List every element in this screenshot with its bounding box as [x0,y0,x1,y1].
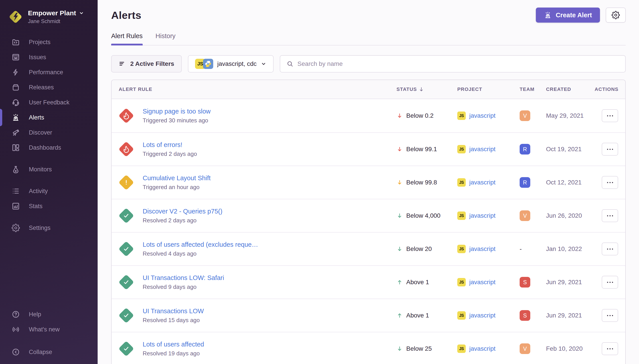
alert-rule-subtitle: Resolved 4 days ago [143,250,258,257]
created-date: Jan 10, 2022 [546,246,595,252]
trend-up-arrow-icon [397,278,403,286]
project-link[interactable]: javascript [469,146,495,153]
search-icon [286,60,293,68]
resolved-diamond-badge [119,274,134,290]
critical-diamond-badge [119,142,134,157]
table-row: Lots of users affected Resolved 19 days … [112,332,625,364]
trend-down-arrow-icon [397,245,403,253]
resolved-check-icon [122,345,130,353]
project-link[interactable]: javascript [469,279,495,286]
project-link[interactable]: javascript [469,212,495,219]
tab-history[interactable]: History [156,32,175,45]
org-user-name: Jane Schmidt [28,18,84,24]
row-actions-button[interactable] [602,209,618,222]
team-avatar: V [520,110,530,121]
tab-alert-rules[interactable]: Alert Rules [111,32,143,45]
alert-rule-link[interactable]: Discover V2 - Queries p75() [143,208,222,215]
status-value: Above 1 [406,312,429,319]
sidebar-item-releases[interactable]: Releases [0,80,98,95]
whats-new-icon [12,325,20,334]
create-alert-button[interactable]: Create Alert [536,8,600,22]
alert-rule-link[interactable]: Lots of users affected [143,341,204,348]
sidebar-section: Settings [0,220,98,236]
alert-rule-link[interactable]: Lots of users affected (excludes reque… [143,241,258,248]
releases-icon [12,83,20,92]
collapse-label: Collapse [29,349,52,356]
team-none: - [520,246,522,252]
project-link[interactable]: javascript [469,345,495,352]
alerts-settings-button[interactable] [606,8,626,22]
monitors-icon [12,165,20,174]
project-link[interactable]: javascript [469,312,495,319]
search-input[interactable] [297,60,619,68]
javascript-platform-icon: JS [457,112,466,120]
status-value: Above 1 [406,279,429,286]
column-header-status[interactable]: Status [397,86,457,92]
row-actions-button[interactable] [602,309,618,322]
row-actions-button[interactable] [602,109,618,122]
sidebar-item-stats[interactable]: Stats [0,199,98,214]
trend-down-arrow-icon [397,179,403,186]
sidebar-item-what-s-new[interactable]: What's new [0,322,98,337]
trend-down-arrow-icon [397,112,403,120]
alert-rule-link[interactable]: Lots of errors! [143,141,197,148]
critical-flame-icon [122,112,130,120]
resolved-check-icon [122,212,130,220]
sidebar-item-user-feedback[interactable]: User Feedback [0,95,98,110]
row-actions-button[interactable] [602,176,618,189]
team-avatar: V [520,344,530,354]
row-actions-button[interactable] [602,342,618,355]
project-link[interactable]: javascript [469,179,495,186]
javascript-platform-icon: JS [457,245,466,253]
created-date: Feb 10, 2020 [546,345,595,352]
resolved-check-icon [122,278,130,286]
table-row: UI Transactions LOW Resolved 15 days ago… [112,298,625,332]
active-filters-button[interactable]: 2 Active Filters [111,55,182,72]
column-header-project: Project [457,86,520,92]
status-value: Below 99.1 [406,146,437,153]
sidebar-item-settings[interactable]: Settings [0,220,98,236]
project-link[interactable]: javascript [469,246,495,252]
table-row: UI Transactions LOW: Safari Resolved 9 d… [112,265,625,298]
sidebar-collapse-button[interactable]: Collapse [0,344,98,360]
sidebar-item-activity[interactable]: Activity [0,184,98,199]
sidebar-item-alerts[interactable]: Alerts [0,110,98,125]
created-date: Jun 26, 2020 [546,212,595,219]
team-avatar: R [520,177,530,188]
sidebar-item-help[interactable]: Help [0,307,98,322]
sidebar-item-projects[interactable]: Projects [0,34,98,50]
sidebar-item-discover[interactable]: Discover [0,125,98,140]
column-header-team: Team [520,86,546,92]
sidebar-item-performance[interactable]: Performance [0,65,98,80]
row-actions-button[interactable] [602,143,618,156]
javascript-platform-icon: JS [457,145,466,154]
org-name: Empower Plant [28,9,84,17]
sidebar-item-monitors[interactable]: Monitors [0,162,98,177]
row-actions-button[interactable] [602,242,618,256]
sidebar-spacer [0,236,98,307]
alert-rule-link[interactable]: UI Transactions LOW [143,308,204,315]
org-logo-icon [8,9,23,24]
chevron-down-icon [261,61,266,67]
issues-icon [12,53,20,62]
alert-rule-link[interactable]: Signup page is too slow [143,108,211,115]
sidebar-item-dashboards[interactable]: Dashboards [0,140,98,155]
status-value: Below 4,000 [406,212,440,219]
status-value: Below 20 [406,246,432,252]
project-link[interactable]: javascript [469,112,495,119]
collapse-icon [12,348,20,356]
stats-icon [12,202,20,210]
org-switcher[interactable]: Empower Plant Jane Schmidt [0,0,98,24]
sidebar-item-issues[interactable]: Issues [0,50,98,65]
javascript-platform-icon: JS [457,311,466,320]
alert-rule-link[interactable]: Cumulative Layout Shift [143,174,211,182]
page-tabs: Alert RulesHistory [111,32,626,46]
javascript-platform-icon: JS [457,278,466,286]
table-row: Signup page is too slow Triggered 30 min… [112,99,625,132]
row-actions-button[interactable] [602,276,618,289]
team-avatar: S [520,310,530,321]
team-avatar: S [520,277,530,288]
status-value: Below 0.2 [406,112,434,119]
project-filter-dropdown[interactable]: JS javascript, cdc [188,55,273,72]
alert-rule-link[interactable]: UI Transactions LOW: Safari [143,274,224,282]
